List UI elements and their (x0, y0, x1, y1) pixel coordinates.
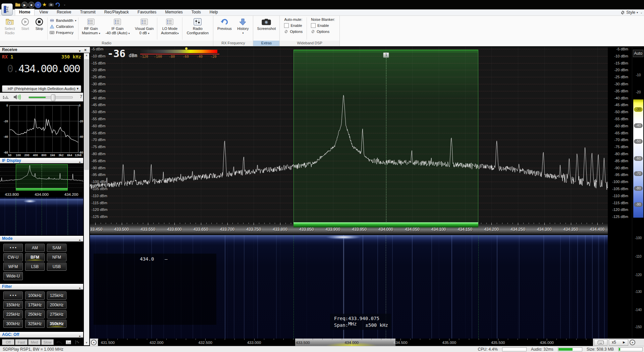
tab-receive[interactable]: Receive (53, 9, 75, 15)
tab-help[interactable]: Help (206, 9, 222, 15)
filter-button-[interactable]: • • • (3, 292, 23, 300)
mode-button-nfm[interactable]: NFM (47, 253, 66, 261)
app-menu-button[interactable] (1, 3, 13, 15)
bandwidth-button[interactable]: Bandwidth▾ (49, 18, 77, 23)
mode-button-bfm[interactable]: BFM (25, 253, 45, 261)
filter-button-125khz[interactable]: 125kHz (47, 292, 66, 300)
band-ruler[interactable]: 431.500432.000432.500433.000433.500434.0… (98, 339, 592, 346)
mode-button-am[interactable]: AM (25, 244, 45, 252)
main-spectrum[interactable]: 1 -36 dBm -5 dBm-10 dBm-15 dBm-20 dBm-25… (90, 47, 608, 223)
quick-access-more-icon[interactable]: ⌄ (62, 2, 67, 7)
tab-home[interactable]: Home (15, 9, 35, 15)
mode-header[interactable]: Mode ▴ (0, 236, 83, 241)
scrollbar-down-icon[interactable]: ▼ (84, 341, 89, 345)
start-button[interactable]: Start (18, 16, 32, 40)
filter-collapse-icon[interactable]: ▴ (79, 285, 80, 291)
mode-button-[interactable]: • • • (3, 244, 23, 252)
marker-1-tag[interactable]: 1 (383, 52, 389, 58)
agc-button-fast[interactable]: Fast (15, 339, 28, 345)
auto-mute-enable-checkbox[interactable] (284, 23, 289, 28)
band-scroll-left-button[interactable]: « (91, 340, 97, 345)
filter-button-200khz[interactable]: 200kHz (47, 301, 66, 309)
tab-rec-playback[interactable]: Rec/Playback (100, 9, 133, 15)
scrollbar-thumb[interactable] (84, 59, 89, 170)
history-button[interactable]: History ▾ (234, 16, 252, 40)
if-display-spectrum[interactable] (0, 163, 83, 192)
agc-button-slow[interactable]: Slow (41, 339, 54, 345)
if-display-header[interactable]: IF Display ▴ (0, 158, 83, 164)
filter-button-250khz[interactable]: 250kHz (25, 310, 45, 318)
mode-button-wfm[interactable]: WFM (3, 263, 23, 271)
palette-legend-bar[interactable] (140, 50, 217, 53)
if-display-waterfall[interactable] (0, 197, 83, 235)
band-scroll-right-button[interactable]: » (630, 340, 635, 345)
agc-back-arrow-icon[interactable] (56, 340, 62, 345)
panel-close-icon[interactable]: × (84, 47, 87, 53)
filter-button-100khz[interactable]: 100kHz (25, 292, 45, 300)
favourite-star-icon[interactable]: ★ (42, 2, 47, 7)
audio-device-select[interactable]: HP (Périphérique High Definition Audio) … (2, 85, 81, 92)
noise-blanker-options[interactable]: Options (311, 30, 335, 34)
agc-button-med[interactable]: Med (28, 339, 41, 345)
tab-memories[interactable]: Memories (161, 9, 187, 15)
filter-button-225khz[interactable]: 225kHz (3, 310, 23, 318)
auto-mute-options[interactable]: Options (284, 30, 303, 34)
if-gain-button[interactable]: IF Gain -40 dB (Auto) ▾ (102, 16, 132, 40)
screenshot-button[interactable]: Screenshot (255, 16, 278, 40)
tab-view[interactable]: View (35, 9, 52, 15)
mode-button-cwu[interactable]: CW-U (3, 253, 23, 261)
auto-mute-enable[interactable]: Enable (284, 23, 303, 28)
filter-button-150khz[interactable]: 150kHz (3, 301, 23, 309)
lo-mode-button[interactable]: LO Mode Automatic▾ (158, 16, 181, 40)
stop-button[interactable]: Stop (32, 16, 46, 40)
add-icon[interactable]: + (35, 2, 41, 8)
mode-button-sam[interactable]: SAM (47, 244, 66, 252)
play-icon[interactable]: ▶ (21, 2, 28, 8)
calibration-button[interactable]: Calibration (49, 24, 77, 29)
tab-transmit[interactable]: Transmit (76, 9, 100, 15)
tab-favourites[interactable]: Favourites (133, 9, 160, 15)
tab-tools[interactable]: Tools (187, 9, 205, 15)
filter-header[interactable]: Filter ▴ (0, 284, 83, 290)
agc-image-icon[interactable] (66, 340, 71, 344)
stop-icon[interactable]: ■ (28, 2, 35, 8)
filter-button-325khz[interactable]: 325kHz (25, 320, 45, 328)
volume-thumb[interactable] (51, 94, 55, 101)
agc-button-off[interactable]: Off (2, 339, 14, 345)
filter-button-350khz[interactable]: 350kHz (47, 320, 66, 328)
visual-gain-button[interactable]: Visual Gain 0 dB ▾ (132, 16, 156, 40)
speaker-icon[interactable] (13, 94, 21, 100)
agc-wave-icon[interactable]: |∿ (75, 340, 79, 344)
mode-button-usb[interactable]: USB (47, 263, 66, 271)
scrollbar-up-icon[interactable]: ▲ (84, 53, 89, 58)
mode-collapse-icon[interactable]: ▴ (79, 237, 80, 243)
zoom-button[interactable]: x5 ▶ (609, 339, 628, 346)
ribbon-pin-icon[interactable]: ⌄ (640, 11, 643, 14)
undo-icon[interactable] (55, 2, 60, 7)
agc-collapse-icon[interactable]: ▴ (79, 333, 80, 339)
rf-gain-button[interactable]: RF Gain Maximum ▾ (79, 16, 102, 40)
main-waterfall[interactable]: 434.0 – Freq:433.940.075 MHz Span:±500 k… (90, 235, 608, 339)
frequency-display[interactable]: RX 1 350 kHz 0.434.000.000 (0, 53, 83, 85)
noise-blanker-enable[interactable]: Enable (311, 23, 335, 28)
selection-bottom-bar[interactable] (293, 222, 478, 227)
filter-button-275khz[interactable]: 275kHz (47, 310, 66, 318)
equalizer-icon[interactable] (3, 95, 9, 99)
frequency-button[interactable]: Frequency (49, 30, 77, 35)
auto-scale-button[interactable]: Auto (633, 50, 643, 57)
keyboard-entry-button[interactable] (594, 339, 607, 346)
volume-slider[interactable] (29, 96, 73, 98)
open-folder-icon[interactable] (15, 2, 20, 7)
filter-button-300khz[interactable]: 300kHz (3, 320, 23, 328)
panel-scrollbar[interactable]: ▲ ▼ (84, 53, 89, 345)
noise-blanker-enable-checkbox[interactable] (311, 23, 316, 28)
filter-button-175khz[interactable]: 175kHz (25, 301, 45, 309)
agc-header[interactable]: AGC: Off ▴ (0, 332, 83, 338)
previous-button[interactable]: Previous (215, 16, 234, 40)
select-radio-button[interactable]: Select Radio (1, 16, 18, 40)
camera-icon[interactable] (48, 2, 54, 7)
mode-button-lsb[interactable]: LSB (25, 263, 45, 271)
mode-button-wideu[interactable]: Wide-U (3, 272, 23, 280)
style-menu[interactable]: Style ▾ (621, 10, 638, 15)
radio-configuration-button[interactable]: Radio Configuration (183, 16, 212, 40)
